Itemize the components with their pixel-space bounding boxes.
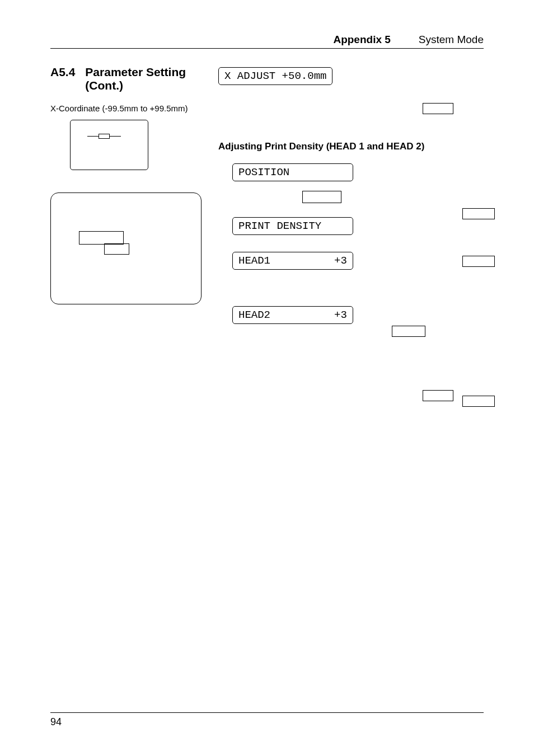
left-column: A5.4 Parameter Setting (Cont.) X-Coordin…	[50, 65, 202, 332]
page-content: A5.4 Parameter Setting (Cont.) X-Coordin…	[50, 65, 484, 332]
header-rule: Appendix 5System Mode	[50, 34, 484, 49]
page-number: 94	[50, 716, 62, 727]
section-title: Parameter Setting (Cont.)	[85, 65, 202, 92]
display-head1: HEAD1 +3	[232, 252, 353, 270]
display-row-2: POSITION	[232, 163, 484, 181]
callout-box-m2	[423, 390, 453, 401]
display-print-density: PRINT DENSITY	[232, 217, 353, 235]
callout-box-m1	[392, 326, 425, 337]
header-text: Appendix 5System Mode	[50, 34, 484, 46]
callout-box-1	[423, 103, 453, 114]
diagram-cross-box	[99, 134, 110, 139]
coord-range-label: X-Coordinate (-99.5mm to +99.5mm)	[50, 104, 202, 113]
section-heading: A5.4 Parameter Setting (Cont.)	[50, 65, 202, 92]
display-row-3: PRINT DENSITY	[232, 217, 484, 235]
small-diagram-box	[70, 120, 148, 170]
diagram-inner-box-1	[79, 231, 124, 245]
mode-label: System Mode	[419, 34, 484, 45]
display-head2: HEAD2 +3	[232, 306, 353, 324]
callout-box-r2	[462, 256, 495, 267]
appendix-label: Appendix 5	[333, 34, 390, 45]
section-number: A5.4	[50, 65, 75, 92]
callout-box-2b	[302, 191, 341, 203]
right-column: X ADJUST +50.0mm Adjusting Print Density…	[218, 65, 484, 332]
callout-box-r3	[462, 396, 495, 407]
subheading-print-density: Adjusting Print Density (HEAD 1 and HEAD…	[218, 141, 484, 152]
diagram-inner-box-2	[104, 243, 129, 255]
display-x-adjust: X ADJUST +50.0mm	[218, 67, 332, 85]
display-row-1: X ADJUST +50.0mm	[218, 65, 484, 85]
display-position: POSITION	[232, 163, 353, 181]
callout-box-r1	[462, 208, 495, 219]
display-row-5: HEAD2 +3	[232, 306, 484, 324]
footer: 94	[50, 712, 484, 728]
large-diagram-box	[50, 192, 202, 304]
display-row-4: HEAD1 +3	[232, 252, 484, 270]
